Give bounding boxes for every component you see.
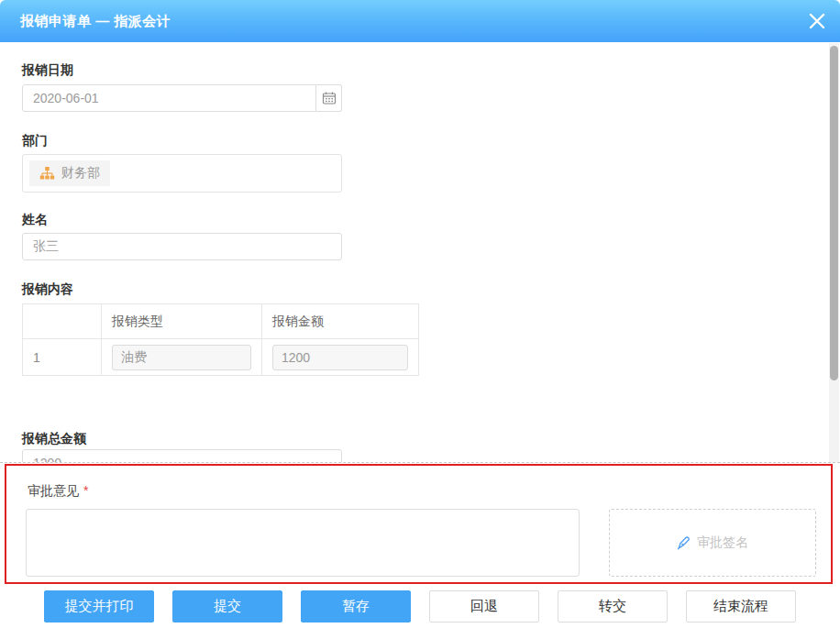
approval-panel: 审批意见* 审批签名 提交并打印 提交 暂存 回退 转交 结束流程 xyxy=(0,462,840,639)
approval-label-row: 审批意见* xyxy=(28,483,88,500)
col-amount: 报销金额 xyxy=(262,304,419,339)
approval-label: 审批意见 xyxy=(28,483,79,498)
required-asterisk: * xyxy=(83,483,88,498)
content-section-label: 报销内容 xyxy=(22,281,73,298)
save-draft-button[interactable]: 暂存 xyxy=(301,590,411,622)
name-input[interactable] xyxy=(22,233,342,260)
end-process-button[interactable]: 结束流程 xyxy=(686,590,796,622)
department-field-label: 部门 xyxy=(22,133,48,149)
rollback-button[interactable]: 回退 xyxy=(429,590,539,622)
approval-comment-textarea[interactable] xyxy=(26,509,580,577)
name-field-label: 姓名 xyxy=(22,212,48,228)
calendar-icon xyxy=(322,91,337,105)
dialog-title: 报销申请单 — 指派会计 xyxy=(20,13,171,30)
signature-pad[interactable]: 审批签名 xyxy=(609,509,816,577)
expense-table-header-row: 报销类型 报销金额 xyxy=(23,304,419,339)
org-icon xyxy=(39,166,55,181)
dialog-header: 报销申请单 — 指派会计 xyxy=(0,0,840,42)
pen-icon xyxy=(677,536,691,550)
transfer-button[interactable]: 转交 xyxy=(558,590,668,622)
date-input[interactable] xyxy=(22,84,316,112)
col-type: 报销类型 xyxy=(102,304,262,339)
expense-amount-input[interactable] xyxy=(272,345,408,370)
submit-print-button[interactable]: 提交并打印 xyxy=(44,590,154,622)
scrollbar-track[interactable] xyxy=(829,43,839,463)
submit-button[interactable]: 提交 xyxy=(172,590,282,622)
expense-type-input[interactable] xyxy=(112,345,251,370)
signature-pad-label: 审批签名 xyxy=(697,534,748,551)
scrollbar-thumb[interactable] xyxy=(830,46,838,380)
department-field[interactable]: 财务部 xyxy=(22,154,342,193)
close-button[interactable] xyxy=(804,8,830,34)
date-field-label: 报销日期 xyxy=(22,62,73,79)
total-field-label: 报销总金额 xyxy=(22,431,86,447)
department-tag[interactable]: 财务部 xyxy=(29,160,110,186)
footer-buttons: 提交并打印 提交 暂存 回退 转交 结束流程 xyxy=(44,590,796,622)
row-index: 1 xyxy=(23,339,102,376)
date-field xyxy=(22,84,342,112)
calendar-button[interactable] xyxy=(316,84,342,112)
col-index xyxy=(23,304,102,339)
close-icon xyxy=(807,11,827,31)
expense-table: 报销类型 报销金额 1 xyxy=(22,303,419,376)
department-tag-label: 财务部 xyxy=(61,165,100,182)
table-row: 1 xyxy=(23,339,419,376)
